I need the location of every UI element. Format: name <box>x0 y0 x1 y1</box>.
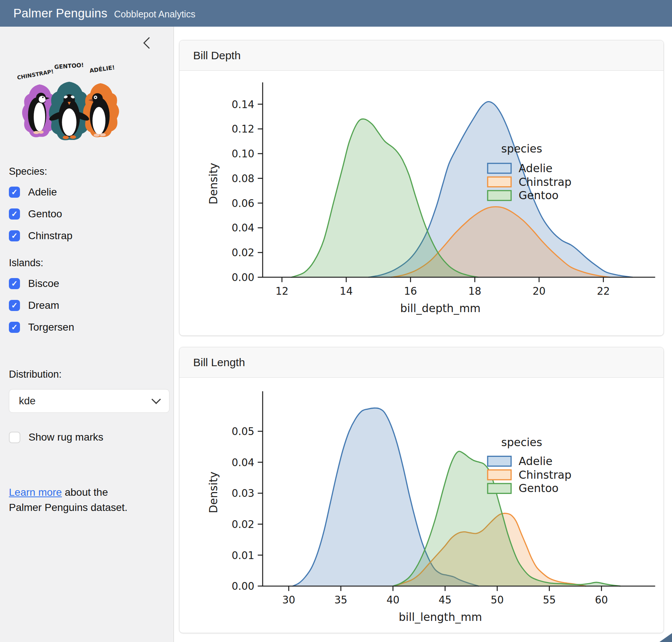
svg-text:Chinstrap: Chinstrap <box>519 468 572 481</box>
adelie-label: ADÉLIE! <box>89 64 115 74</box>
svg-text:species: species <box>501 142 542 155</box>
species-section-label: Species: <box>9 166 165 177</box>
app-window: Palmer Penguins Cobblepot Analytics <box>0 0 672 642</box>
svg-text:22: 22 <box>597 285 610 297</box>
card-title: Bill Depth <box>193 49 241 62</box>
svg-text:30: 30 <box>282 594 295 606</box>
svg-text:Density: Density <box>207 472 220 514</box>
svg-text:18: 18 <box>468 285 481 297</box>
checkbox-species-adelie[interactable]: ✓ Adelie <box>9 186 165 198</box>
checkbox-checked-icon: ✓ <box>9 278 20 289</box>
distribution-select-value: kde <box>19 395 36 407</box>
checkbox-island-biscoe[interactable]: ✓ Biscoe <box>9 278 165 290</box>
distribution-select[interactable]: kde <box>9 389 169 413</box>
checkbox-island-dream[interactable]: ✓ Dream <box>9 300 165 311</box>
checkbox-label: Dream <box>28 300 59 311</box>
checkbox-checked-icon: ✓ <box>9 300 20 311</box>
svg-text:Gentoo: Gentoo <box>519 189 559 202</box>
chevron-down-icon <box>151 395 161 404</box>
svg-text:35: 35 <box>335 594 347 606</box>
checkbox-checked-icon: ✓ <box>9 187 20 198</box>
svg-text:0.06: 0.06 <box>232 197 254 210</box>
sidebar-collapse-button[interactable] <box>141 36 154 50</box>
checkbox-checked-icon: ✓ <box>9 208 20 220</box>
learn-more-link[interactable]: Learn more <box>9 486 62 498</box>
svg-text:55: 55 <box>543 594 556 606</box>
bill-depth-card-header: Bill Depth <box>179 40 663 71</box>
chinstrap-label: CHINSTRAP! <box>17 68 54 81</box>
checkbox-checked-icon: ✓ <box>9 322 20 333</box>
svg-text:Adelie: Adelie <box>519 162 552 175</box>
svg-text:40: 40 <box>386 594 399 606</box>
checkbox-species-chinstrap[interactable]: ✓ Chinstrap <box>9 230 165 242</box>
bill-length-card: Bill Length 303540455055600.000.010.020.… <box>179 347 664 633</box>
app-header: Palmer Penguins Cobblepot Analytics <box>0 0 672 27</box>
checkbox-label: Gentoo <box>28 208 62 220</box>
svg-text:0.08: 0.08 <box>232 173 254 185</box>
islands-section-label: Islands: <box>9 257 165 269</box>
gentoo-label: GENTOO! <box>54 62 84 71</box>
svg-text:0.01: 0.01 <box>232 549 254 562</box>
checkbox-label: Adelie <box>28 186 57 198</box>
svg-text:50: 50 <box>491 594 504 606</box>
svg-text:0.02: 0.02 <box>232 518 254 531</box>
checkbox-show-rug-marks[interactable]: Show rug marks <box>9 431 165 443</box>
svg-text:Density: Density <box>207 163 220 205</box>
penguins-artwork-image: CHINSTRAP! GENTOO! ADÉLIE! <box>12 48 127 149</box>
svg-text:0.03: 0.03 <box>232 487 254 499</box>
checkbox-unchecked-icon <box>9 432 20 443</box>
bill-depth-card-body: 1214161820220.000.020.040.060.080.100.12… <box>179 71 663 315</box>
svg-text:0.05: 0.05 <box>232 425 254 438</box>
svg-text:20: 20 <box>532 285 545 297</box>
main-content: Bill Depth 1214161820220.000.020.040.060… <box>174 27 672 642</box>
checkbox-label: Biscoe <box>28 278 59 290</box>
checkbox-island-torgersen[interactable]: ✓ Torgersen <box>9 321 165 333</box>
svg-text:0.10: 0.10 <box>232 148 254 160</box>
svg-text:60: 60 <box>595 594 608 606</box>
svg-text:bill_depth_mm: bill_depth_mm <box>400 302 481 315</box>
busy-indicator-wedge <box>659 633 672 642</box>
svg-text:0.04: 0.04 <box>232 222 254 234</box>
card-title: Bill Length <box>193 356 245 369</box>
checkbox-label: Torgersen <box>28 321 74 333</box>
svg-text:16: 16 <box>404 285 417 297</box>
sidebar: CHINSTRAP! GENTOO! ADÉLIE! Species: ✓ Ad… <box>0 27 174 642</box>
bill-depth-card: Bill Depth 1214161820220.000.020.040.060… <box>179 40 664 336</box>
svg-text:0.04: 0.04 <box>232 457 254 469</box>
distribution-section-label: Distribution: <box>9 369 165 380</box>
svg-text:12: 12 <box>275 285 288 297</box>
svg-text:0.12: 0.12 <box>232 123 254 135</box>
checkbox-label: Chinstrap <box>28 230 73 242</box>
svg-text:14: 14 <box>340 285 353 297</box>
svg-text:Chinstrap: Chinstrap <box>519 175 572 188</box>
svg-text:0.02: 0.02 <box>232 247 254 259</box>
svg-text:species: species <box>501 436 542 449</box>
bill-depth-plot: 1214161820220.000.020.040.060.080.100.12… <box>179 73 663 315</box>
svg-text:Gentoo: Gentoo <box>519 482 559 495</box>
app-title: Palmer Penguins <box>13 6 107 20</box>
checkbox-species-gentoo[interactable]: ✓ Gentoo <box>9 208 165 220</box>
svg-text:0.14: 0.14 <box>232 98 254 111</box>
svg-text:bill_length_mm: bill_length_mm <box>399 611 482 623</box>
checkbox-checked-icon: ✓ <box>9 230 20 241</box>
svg-text:0.00: 0.00 <box>232 580 254 592</box>
svg-text:Adelie: Adelie <box>519 455 552 468</box>
bill-length-plot: 303540455055600.000.010.020.030.040.05bi… <box>179 380 663 629</box>
chevron-left-icon <box>141 36 154 50</box>
app-subtitle: Cobblepot Analytics <box>114 7 195 20</box>
svg-text:45: 45 <box>439 594 451 606</box>
bill-length-card-body: 303540455055600.000.010.020.030.040.05bi… <box>179 378 663 629</box>
bill-length-card-header: Bill Length <box>179 347 663 378</box>
checkbox-label: Show rug marks <box>28 431 103 443</box>
dataset-info-text: Learn more about the Palmer Penguins dat… <box>9 485 142 515</box>
svg-text:0.00: 0.00 <box>232 271 254 284</box>
